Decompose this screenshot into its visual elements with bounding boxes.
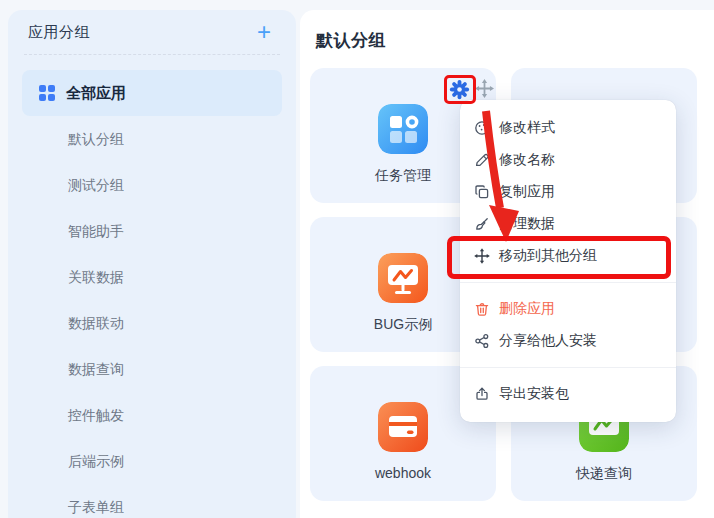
app-card-label: 任务管理 [375, 167, 431, 185]
menu-item-label: 清理数据 [499, 215, 555, 233]
pencil-icon [474, 152, 490, 168]
sidebar-item-label: 全部应用 [66, 84, 126, 103]
menu-item-export-package[interactable]: 导出安装包 [460, 378, 676, 410]
app-card-label: webhook [375, 465, 431, 481]
add-group-button[interactable]: + [252, 20, 276, 44]
app-groups-sidebar: 应用分组 + 全部应用 默认分组 测试分组 智能助手 关联数据 数据联动 数据查… [8, 10, 296, 518]
sidebar-item-all-apps[interactable]: 全部应用 [22, 70, 282, 116]
annotation-box-gear [444, 75, 476, 104]
sidebar-item-widget-trigger[interactable]: 控件触发 [8, 392, 296, 438]
menu-item-label: 复制应用 [499, 183, 555, 201]
menu-item-label: 分享给他人安装 [499, 332, 597, 350]
app-card-label: 快递查询 [576, 465, 632, 483]
sidebar-item-default-group[interactable]: 默认分组 [8, 116, 296, 162]
menu-item-label: 删除应用 [499, 300, 555, 318]
menu-item-duplicate-app[interactable]: 复制应用 [460, 176, 676, 208]
app-card-label: BUG示例 [374, 316, 432, 334]
sidebar-item-subform-group[interactable]: 子表单组 [8, 484, 296, 518]
menu-item-share-install[interactable]: 分享给他人安装 [460, 325, 676, 357]
export-icon [474, 386, 490, 402]
page-title: 默认分组 [316, 29, 386, 52]
task-app-icon [378, 104, 428, 154]
palette-icon [474, 120, 490, 136]
trash-icon [474, 301, 490, 317]
card-icon [378, 402, 428, 452]
menu-item-delete-app[interactable]: 删除应用 [460, 293, 676, 325]
menu-divider [460, 282, 676, 283]
share-icon [474, 333, 490, 349]
divider [24, 54, 280, 55]
menu-item-rename[interactable]: 修改名称 [460, 144, 676, 176]
menu-item-label: 修改样式 [499, 119, 555, 137]
copy-icon [474, 184, 490, 200]
brush-icon [474, 216, 490, 232]
sidebar-item-data-linkage[interactable]: 数据联动 [8, 300, 296, 346]
group-list: 默认分组 测试分组 智能助手 关联数据 数据联动 数据查询 控件触发 后端示例 … [8, 116, 296, 518]
sidebar-item-data-query[interactable]: 数据查询 [8, 346, 296, 392]
sidebar-item-linked-data[interactable]: 关联数据 [8, 254, 296, 300]
menu-item-edit-style[interactable]: 修改样式 [460, 112, 676, 144]
sidebar-item-ai-assistant[interactable]: 智能助手 [8, 208, 296, 254]
drag-move-icon[interactable] [475, 79, 494, 102]
apps-grid-icon [39, 85, 55, 101]
sidebar-item-backend-demo[interactable]: 后端示例 [8, 438, 296, 484]
sidebar-title: 应用分组 [28, 23, 90, 42]
menu-item-label: 导出安装包 [499, 385, 569, 403]
sidebar-item-test-group[interactable]: 测试分组 [8, 162, 296, 208]
annotation-box-move-item [447, 236, 671, 279]
menu-divider [460, 367, 676, 368]
menu-item-label: 修改名称 [499, 151, 555, 169]
sidebar-header: 应用分组 + [8, 10, 296, 54]
chart-board-icon [378, 253, 428, 303]
